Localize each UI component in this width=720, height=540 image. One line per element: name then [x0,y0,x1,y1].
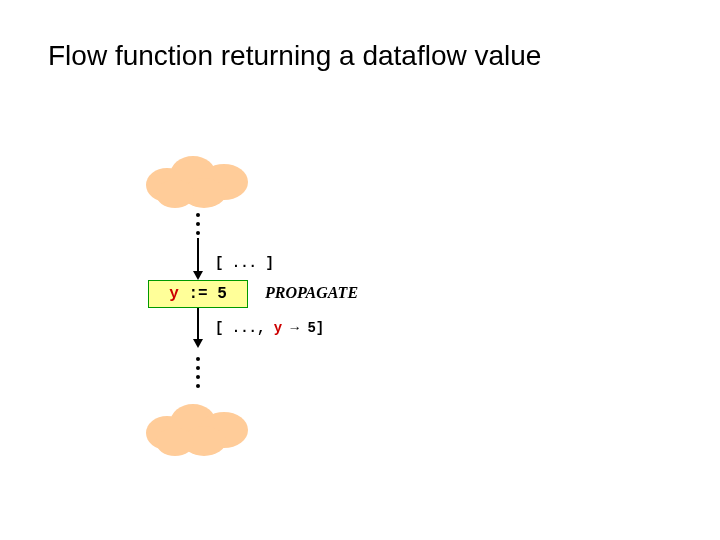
arrow-out-line [197,308,199,340]
arrow-in-line [197,238,199,272]
out-prefix: [ ..., [215,320,274,336]
arrow-in-head [193,271,203,280]
input-cloud [138,150,258,210]
dots-top [194,208,202,240]
output-cloud [138,398,258,458]
dots-bottom [194,352,202,393]
arrow-out-head [193,339,203,348]
statement-box: y := 5 [148,280,248,308]
out-arrow: → [282,320,307,336]
statement-var: y [169,285,179,303]
out-value: 5 [307,320,315,336]
out-var: y [274,320,282,336]
slide-title: Flow function returning a dataflow value [48,40,541,72]
output-state-label: [ ..., y → 5] [215,320,324,336]
out-suffix: ] [316,320,324,336]
propagate-label: PROPAGATE [265,284,358,302]
input-state-label: [ ... ] [215,255,274,271]
statement-rest: := 5 [179,285,227,303]
